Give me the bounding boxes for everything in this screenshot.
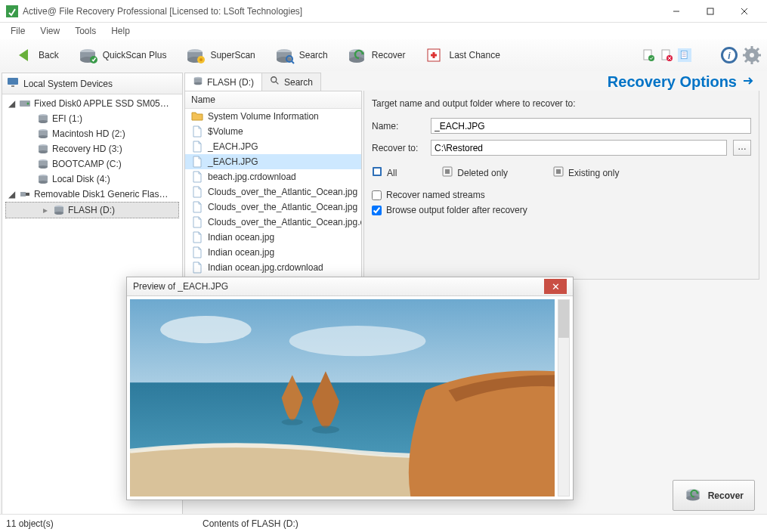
filter-label: Existing only	[568, 168, 619, 178]
settings-icon[interactable]	[741, 45, 762, 66]
minimize-button[interactable]	[659, 0, 693, 22]
tree-partition[interactable]: BOOTCAMP (C:)	[2, 156, 182, 172]
maximize-button[interactable]	[693, 0, 727, 22]
recover-to-label: Recover to:	[372, 143, 425, 153]
tree-label: FLASH (D:)	[68, 205, 115, 215]
tree-label: BOOTCAMP (C:)	[52, 159, 122, 169]
menu-help[interactable]: Help	[104, 24, 138, 38]
file-row[interactable]: System Volume Information	[185, 109, 361, 124]
lastchance-label: Last Chance	[449, 50, 499, 60]
menu-tools[interactable]: Tools	[67, 24, 104, 38]
scrollbar-thumb[interactable]	[558, 300, 569, 338]
file-icon	[191, 171, 203, 183]
status-bar: 11 object(s) Contents of FLASH (D:)	[0, 514, 767, 532]
file-icon	[191, 125, 203, 138]
menubar: File View Tools Help	[0, 23, 767, 39]
volume-icon	[37, 173, 49, 185]
file-list[interactable]: System Volume Information$Volume_EACH.JP…	[185, 109, 361, 280]
file-name: Clouds_over_the_Atlantic_Ocean.jpg	[208, 202, 357, 212]
checkbox-input[interactable]	[372, 190, 382, 200]
svg-line-41	[756, 60, 759, 62]
expander-icon[interactable]: ◢	[7, 189, 16, 200]
checkbox-input[interactable]	[372, 206, 382, 215]
file-row[interactable]: _EACH.JPG	[185, 139, 361, 154]
file-row[interactable]: Clouds_over_the_Atlantic_Ocean.jpg	[185, 200, 361, 215]
file-row[interactable]: beach.jpg.crdownload	[185, 169, 361, 184]
browse-button[interactable]: …	[733, 140, 751, 156]
recovery-header: Recovery Options	[363, 73, 759, 91]
preview-scrollbar[interactable]	[558, 299, 570, 496]
doc-cross-icon[interactable]	[660, 48, 673, 62]
expander-icon[interactable]: ▸	[41, 205, 50, 215]
file-icon	[191, 246, 203, 258]
help-icon[interactable]: i	[719, 45, 740, 66]
tree-partition[interactable]: Local Disk (4:)	[2, 172, 182, 187]
svg-point-24	[648, 55, 654, 61]
usb-icon	[19, 188, 31, 200]
file-name: _EACH.JPG	[208, 156, 258, 167]
filter-all-option[interactable]: All	[372, 166, 397, 179]
file-row[interactable]: $Volume	[185, 124, 361, 139]
lastchance-button[interactable]: Last Chance	[415, 41, 508, 70]
preview-close-button[interactable]: ✕	[544, 279, 567, 294]
recover-to-input[interactable]	[431, 140, 727, 156]
file-name: Clouds_over_the_Atlantic_Ocean.jpg	[208, 187, 357, 197]
file-row[interactable]: Clouds_over_the_Atlantic_Ocean.jpg.crdow…	[185, 215, 361, 230]
file-name: _EACH.JPG	[208, 141, 258, 152]
recovery-hint: Target name and output folder where to r…	[372, 98, 751, 109]
tree-disk0[interactable]: ◢ Fixed Disk0 APPLE SSD SM05…	[2, 96, 182, 111]
tree-label: EFI (1:)	[52, 113, 82, 124]
svg-line-40	[745, 48, 747, 51]
menu-file[interactable]: File	[3, 24, 32, 38]
checkbox-label: Recover named streams	[386, 190, 485, 200]
search-button[interactable]: Search	[265, 41, 336, 70]
svg-point-62	[39, 181, 48, 184]
recover-streams-checkbox[interactable]: Recover named streams	[372, 190, 751, 200]
file-row[interactable]: Indian ocean.jpg	[185, 230, 361, 245]
radio-icon	[372, 166, 382, 179]
file-row[interactable]: Clouds_over_the_Atlantic_Ocean.jpg	[185, 184, 361, 200]
name-input[interactable]	[431, 118, 751, 134]
svg-line-72	[276, 82, 279, 85]
tab-flash[interactable]: FLASH (D:)	[184, 73, 262, 91]
recover-button[interactable]: Recover	[338, 41, 414, 70]
column-header-name[interactable]: Name	[185, 91, 361, 109]
svg-point-71	[271, 77, 277, 82]
doc-selected-icon[interactable]	[678, 48, 691, 62]
back-button[interactable]: Back	[5, 41, 67, 70]
tab-search[interactable]: Search	[261, 73, 321, 91]
svg-point-70	[194, 82, 203, 85]
file-row[interactable]: _EACH.JPG	[185, 154, 361, 169]
svg-point-56	[39, 150, 48, 153]
file-name: Clouds_over_the_Atlantic_Ocean.jpg.crdow…	[208, 217, 361, 227]
expander-icon[interactable]: ◢	[7, 98, 16, 109]
arrow-right-icon[interactable]	[741, 74, 755, 90]
filter-deleted-option[interactable]: Deleted only	[442, 166, 508, 179]
close-button[interactable]	[727, 0, 761, 22]
preview-titlebar[interactable]: Preview of _EACH.JPG ✕	[127, 277, 573, 296]
disk-recover-icon	[684, 485, 702, 506]
tree-partition[interactable]: Recovery HD (3:)	[2, 141, 182, 156]
preview-image	[130, 299, 555, 496]
status-path: Contents of FLASH (D:)	[196, 518, 305, 529]
tree-partition[interactable]: EFI (1:)	[2, 111, 182, 126]
filter-existing-option[interactable]: Existing only	[553, 166, 619, 179]
preview-title: Preview of _EACH.JPG	[133, 281, 544, 292]
tree-label: Removable Disk1 Generic Flas…	[34, 189, 168, 200]
tree-partition[interactable]: Macintosh HD (2:)	[2, 126, 182, 141]
quickscan-button[interactable]: QuickScan Plus	[69, 41, 175, 70]
do-recover-button[interactable]: Recover	[673, 480, 755, 511]
svg-point-13	[199, 58, 203, 61]
menu-view[interactable]: View	[32, 24, 67, 38]
tree-flash[interactable]: ▸ FLASH (D:)	[5, 202, 179, 218]
preview-window[interactable]: Preview of _EACH.JPG ✕	[126, 277, 574, 500]
doc-check-icon[interactable]	[642, 48, 655, 62]
file-row[interactable]: Indian ocean.jpg.crdownload	[185, 260, 361, 275]
tree-disk1[interactable]: ◢ Removable Disk1 Generic Flas…	[2, 187, 182, 202]
svg-rect-76	[445, 169, 450, 174]
svg-line-18	[292, 61, 294, 63]
svg-point-47	[27, 103, 29, 105]
superscan-button[interactable]: SuperScan	[176, 41, 263, 70]
browse-after-checkbox[interactable]: Browse output folder after recovery	[372, 205, 751, 215]
file-row[interactable]: Indian ocean.jpg	[185, 245, 361, 260]
